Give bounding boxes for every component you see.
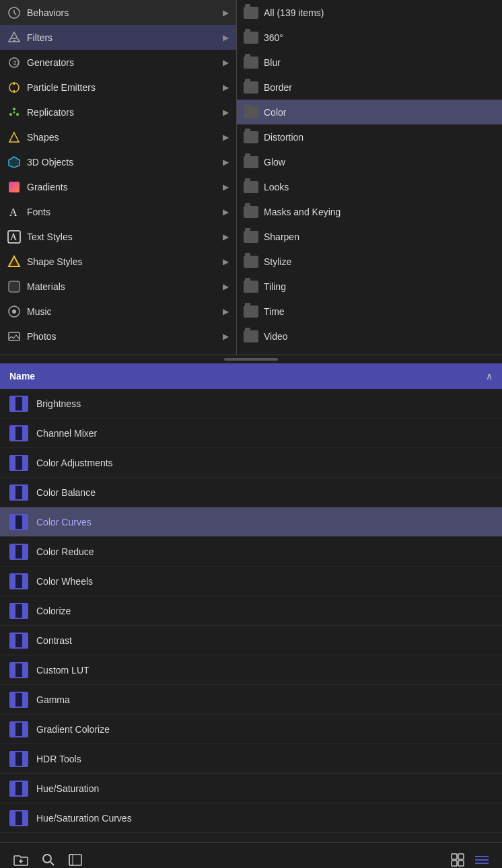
cat-label-all: All (139 items) [264,7,324,18]
list-item-label-hue-saturation-curves: Hue/Saturation Curves [36,813,132,824]
right-cat-distortion[interactable]: Distortion [237,124,502,149]
list-item-label-gradient-colorize: Gradient Colorize [36,724,110,735]
folder-icon-sharpen [244,231,258,243]
list-header-title: Name [9,371,35,382]
chevron-up-icon[interactable]: ∧ [486,371,493,382]
left-menu-item-behaviors[interactable]: Behaviors▶ [0,0,236,25]
list-item-colorize[interactable]: Colorize [0,596,502,626]
left-menu: Behaviors▶Filters▶②Generators▶Particle E… [0,0,237,355]
cat-label-color: Color [264,107,286,118]
film-icon-colorize [9,603,28,619]
svg-point-11 [13,108,15,110]
grid-view-button[interactable] [451,853,464,867]
folder-icon-distortion [244,131,258,143]
replicators-icon [7,105,22,120]
folder-icon-stylize [244,256,258,268]
svg-rect-32 [452,854,457,859]
list-item-color-adjustments[interactable]: Color Adjustments [0,448,502,478]
svg-rect-34 [452,861,457,866]
list-item-custom-lut[interactable]: Custom LUT [0,655,502,685]
left-menu-item-text-styles[interactable]: AText Styles▶ [0,224,236,249]
film-icon-custom-lut [9,662,28,678]
film-icon-hdr-tools [9,751,28,767]
left-menu-item-particle-emitters[interactable]: Particle Emitters▶ [0,75,236,100]
right-cat-masks-and-keying[interactable]: Masks and Keying [237,199,502,224]
list-item-label-color-reduce: Color Reduce [36,546,94,557]
filters-label: Filters [27,32,217,43]
right-cat-sharpen[interactable]: Sharpen [237,224,502,249]
left-menu-item-3d-objects[interactable]: 3D Objects▶ [0,149,236,174]
film-icon-color-adjustments [9,455,28,471]
scrollbar-thumb[interactable] [224,358,278,361]
list-item-color-wheels[interactable]: Color Wheels [0,567,502,596]
generators-arrow: ▶ [223,58,229,67]
list-item-hue-saturation-curves[interactable]: Hue/Saturation Curves [0,803,502,833]
right-cat-glow[interactable]: Glow [237,149,502,174]
cat-label-glow: Glow [264,157,285,168]
list-item-label-color-curves: Color Curves [36,517,92,528]
svg-point-13 [16,113,19,116]
search-button[interactable] [42,853,55,867]
svg-point-12 [9,113,12,116]
left-menu-item-music[interactable]: Music▶ [0,299,236,324]
film-icon-hue-saturation [9,781,28,797]
list-item-gradient-colorize[interactable]: Gradient Colorize [0,715,502,744]
svg-rect-30 [69,855,81,865]
svg-text:A: A [10,232,17,242]
music-icon [7,304,22,319]
cat-label-stylize: Stylize [264,256,291,267]
list-item-brightness[interactable]: Brightness [0,389,502,419]
folder-icon-glow [244,156,258,168]
right-cat-video[interactable]: Video [237,324,502,349]
music-arrow: ▶ [223,307,229,316]
left-menu-item-replicators[interactable]: Replicators▶ [0,100,236,124]
svg-point-28 [43,855,51,863]
folder-icon-all [244,7,258,19]
gradients-label: Gradients [27,182,217,192]
film-icon-color-wheels [9,573,28,589]
left-menu-item-filters[interactable]: Filters▶ [0,25,236,50]
list-item-gamma[interactable]: Gamma [0,685,502,715]
list-item-hue-saturation[interactable]: Hue/Saturation [0,774,502,803]
right-cat-tiling[interactable]: Tiling [237,274,502,299]
right-cat-border[interactable]: Border [237,75,502,100]
svg-marker-21 [9,256,20,266]
right-cat-color[interactable]: Color [237,100,502,124]
list-item-contrast[interactable]: Contrast [0,626,502,655]
right-cat-all[interactable]: All (139 items) [237,0,502,25]
behaviors-arrow: ▶ [223,8,229,17]
generators-label: Generators [27,57,217,68]
3d-objects-icon [7,155,22,170]
list-item-color-reduce[interactable]: Color Reduce [0,537,502,567]
right-cat-360[interactable]: 360° [237,25,502,50]
behaviors-label: Behaviors [27,7,217,18]
svg-point-24 [12,310,16,314]
svg-rect-25 [9,332,20,340]
left-menu-item-shapes[interactable]: Shapes▶ [0,124,236,149]
right-cat-looks[interactable]: Looks [237,174,502,199]
menu-button[interactable] [475,855,489,865]
list-item-label-hdr-tools: HDR Tools [36,754,81,764]
top-panel: Behaviors▶Filters▶②Generators▶Particle E… [0,0,502,355]
svg-marker-16 [9,157,20,168]
svg-point-14 [13,111,15,113]
left-menu-item-gradients[interactable]: Gradients▶ [0,174,236,199]
cat-label-360: 360° [264,32,283,43]
left-menu-item-fonts[interactable]: AFonts▶ [0,199,236,224]
add-folder-button[interactable] [13,854,28,866]
right-cat-stylize[interactable]: Stylize [237,249,502,274]
list-item-hdr-tools[interactable]: HDR Tools [0,744,502,774]
right-cat-blur[interactable]: Blur [237,50,502,75]
left-menu-item-photos[interactable]: Photos▶ [0,324,236,349]
left-menu-item-generators[interactable]: ②Generators▶ [0,50,236,75]
film-icon-contrast [9,632,28,649]
list-item-color-curves[interactable]: Color Curves [0,507,502,537]
shape-styles-arrow: ▶ [223,257,229,266]
materials-label: Materials [27,281,217,292]
right-cat-time[interactable]: Time [237,299,502,324]
left-menu-item-materials[interactable]: Materials▶ [0,274,236,299]
left-menu-item-shape-styles[interactable]: Shape Styles▶ [0,249,236,274]
list-item-color-balance[interactable]: Color Balance [0,478,502,507]
list-item-channel-mixer[interactable]: Channel Mixer [0,419,502,448]
preview-button[interactable] [69,854,82,866]
